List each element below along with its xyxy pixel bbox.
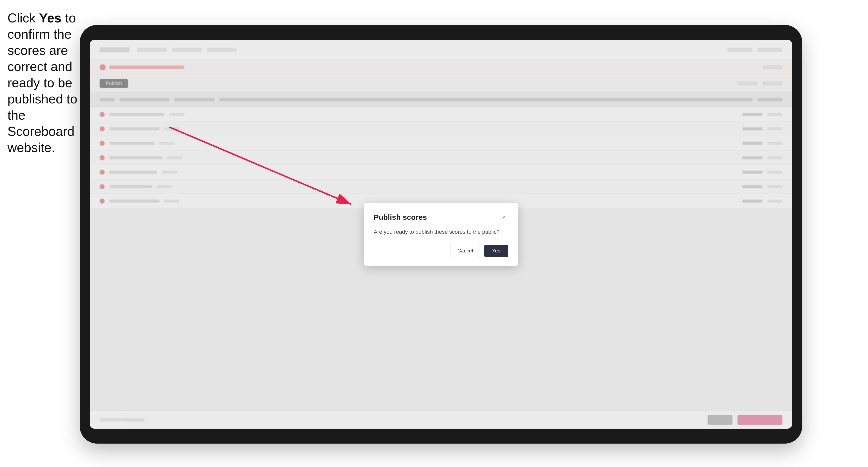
dialog-title: Publish scores	[374, 213, 427, 221]
dialog-header: Publish scores ×	[374, 213, 508, 222]
publish-scores-dialog: Publish scores × Are you ready to publis…	[364, 203, 518, 266]
instruction-text: Click Yes to confirm the scores are corr…	[7, 10, 80, 156]
tablet-screen: Publish	[90, 40, 792, 429]
tablet-device: Publish	[80, 25, 802, 443]
dialog-body: Are you ready to publish these scores to…	[374, 228, 508, 236]
yes-button[interactable]: Yes	[484, 245, 508, 257]
dialog-overlay: Publish scores × Are you ready to publis…	[90, 40, 792, 429]
cancel-button[interactable]: Cancel	[450, 245, 480, 257]
dialog-footer: Cancel Yes	[374, 245, 508, 257]
dialog-close-button[interactable]: ×	[499, 213, 508, 222]
